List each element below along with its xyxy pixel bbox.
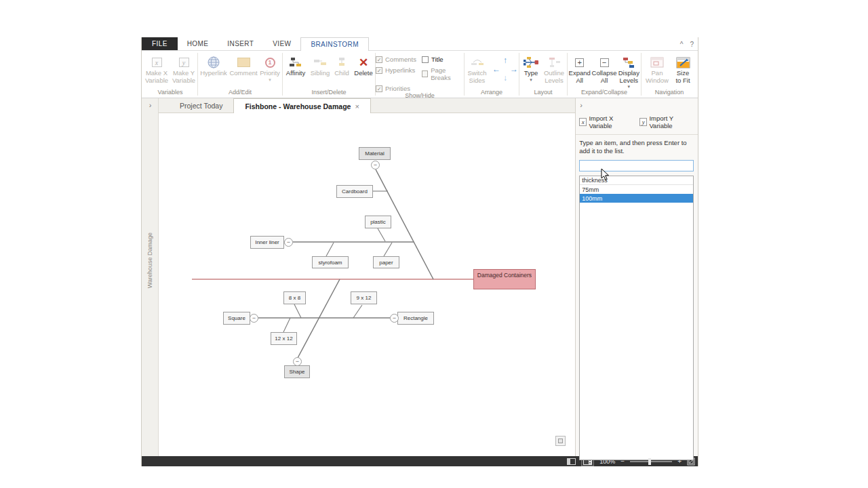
sibling-button[interactable]: Sibling [309,54,332,77]
move-up-arrow-icon[interactable]: ↑ [501,56,510,64]
type-dropdown-icon[interactable]: ▾ [530,77,532,82]
move-down-arrow-icon[interactable]: ↓ [501,73,510,82]
panel-instruction-text: Type an item, and then press Enter to ad… [579,139,694,155]
page-navigation-icon [558,439,563,443]
delete-x-icon: ✕ [359,57,368,68]
switch-sides-icon [471,55,484,70]
tab-insert[interactable]: INSERT [218,37,263,50]
list-item-75mm[interactable]: 75mm [580,185,693,194]
diagram-node-paper[interactable]: paper [373,256,399,268]
display-levels-dropdown-icon[interactable]: ▾ [628,84,631,89]
diagram-node-12x12[interactable]: 12 x 12 [271,332,297,345]
ribbon-tab-bar: FILE HOME INSERT VIEW BRAINSTORM ^ ? [142,37,698,51]
size-to-fit-button[interactable]: Sizeto Fit [671,54,695,84]
make-x-variable-button[interactable]: x Make XVariable [143,54,170,84]
tab-home[interactable]: HOME [178,37,218,50]
help-icon[interactable]: ? [690,41,694,48]
move-arrows: ↑ ←→ ↓ [492,56,519,82]
group-label-insert-delete: Insert/Delete [283,89,375,98]
outline-levels-button[interactable]: OutlineLevels [542,54,566,84]
display-levels-icon [623,55,635,70]
shape-collapse-icon[interactable]: − [293,357,302,366]
collapse-ribbon-icon[interactable]: ^ [680,41,684,48]
switch-sides-button[interactable]: SwitchSides [465,54,490,84]
expand-plus-icon: + [575,58,584,67]
material-collapse-icon[interactable]: − [371,161,380,169]
y-variable-icon: y [179,58,189,67]
checkbox-checked-icon: ✓ [376,67,382,74]
diagram-node-9x12[interactable]: 9 x 12 [351,291,377,304]
tab-view[interactable]: VIEW [263,37,300,50]
ribbon-group-layout: Type ▾ OutlineLevels Layout [519,51,567,98]
type-button[interactable]: Type ▾ [520,54,542,82]
list-item-thickness[interactable]: thickness [580,176,693,185]
display-levels-button[interactable]: DisplayLevels ▾ [617,54,641,89]
view-mode-left-icon[interactable] [567,458,576,465]
ribbon-group-show-hide: ✓ Comments Title ✓ Hyperlinks Page Break… [376,51,464,98]
collapse-all-button[interactable]: − CollapseAll [591,54,616,84]
zoom-slider-thumb[interactable] [648,458,651,465]
left-panel-expand-chevron[interactable]: › [142,101,159,109]
page-breaks-checkbox[interactable]: Page Breaks [422,66,464,81]
diagram-node-rectangle[interactable]: Rectangle [397,312,434,325]
diagram-node-square[interactable]: Square [223,312,250,325]
tab-brainstorm[interactable]: BRAINSTORM [300,37,369,51]
square-collapse-icon[interactable]: − [250,314,258,323]
ribbon-group-navigation: PanWindow Sizeto Fit Naviga [642,51,697,98]
expand-all-button[interactable]: + ExpandAll [568,54,591,84]
doc-tab-project-today[interactable]: Project Today [169,98,233,113]
ribbon-group-insert-delete: Affinity Sibling [283,51,375,98]
collapse-minus-icon: − [600,58,609,67]
ribbon: x Make XVariable y Make YVariable Variab… [142,51,698,98]
title-checkbox[interactable]: Title [422,56,464,63]
rectangle-collapse-icon[interactable]: − [390,314,399,323]
diagram-node-cardboard[interactable]: Cardboard [336,185,373,198]
size-to-fit-icon [676,55,690,70]
close-tab-icon[interactable]: × [355,102,359,110]
move-right-arrow-icon[interactable]: → [510,64,519,73]
diagram-node-material[interactable]: Material [359,147,391,160]
app-window: FILE HOME INSERT VIEW BRAINSTORM ^ ? x M… [141,37,698,466]
comment-button[interactable]: Comment [229,54,258,77]
inner-liner-collapse-icon[interactable]: − [284,238,293,247]
tab-file[interactable]: FILE [142,37,178,50]
hyperlinks-checkbox[interactable]: ✓ Hyperlinks [376,66,416,74]
make-y-variable-button[interactable]: y Make YVariable [170,54,197,84]
hyperlink-globe-icon [207,55,220,70]
list-item-100mm-selected[interactable]: 100mm [580,194,693,203]
group-label-layout: Layout [519,89,567,98]
right-panel-collapse-chevron[interactable]: › [580,101,583,109]
diagram-node-inner-liner[interactable]: Inner liner [250,236,284,249]
item-entry-input[interactable] [579,160,694,171]
child-icon [337,55,347,70]
diagram-root-node[interactable]: Damaged Containers [473,269,536,289]
diagram-canvas[interactable]: Material − Cardboard plastic Inner liner… [159,113,575,456]
panel-divider [576,134,698,135]
diagram-node-shape[interactable]: Shape [284,365,310,378]
diagram-node-8x8[interactable]: 8 x 8 [283,291,306,304]
priority-button[interactable]: 1 Priority ▾ [258,54,281,82]
import-x-variable-button[interactable]: x Import X Variable [579,115,634,129]
group-label-variables: Variables [143,89,197,98]
group-label-expand-collapse: Expand/Collapse [568,89,641,98]
checkbox-unchecked-icon [422,70,428,77]
checkbox-checked-icon: ✓ [376,56,382,63]
hyperlink-button[interactable]: Hyperlink [199,54,229,77]
x-variable-box-icon: x [579,118,587,126]
child-button[interactable]: Child [332,54,352,77]
page-navigation-button[interactable] [555,436,566,446]
priorities-checkbox[interactable]: ✓ Priorities [376,85,416,92]
diagram-node-plastic[interactable]: plastic [365,216,391,228]
pan-window-button[interactable]: PanWindow [644,54,671,84]
doc-tab-fishbone[interactable]: Fishbone - Warehouse Damage × [233,98,370,113]
zoom-slider[interactable] [630,461,672,462]
affinity-button[interactable]: Affinity [283,54,309,77]
import-y-variable-button[interactable]: y Import Y Variable [639,115,694,129]
comments-checkbox[interactable]: ✓ Comments [376,56,416,63]
priority-dropdown-icon[interactable]: ▾ [269,77,271,82]
delete-button[interactable]: ✕ Delete [352,54,375,77]
diagram-node-styrofoam[interactable]: styrofoam [312,256,349,268]
move-left-arrow-icon[interactable]: ← [492,64,501,73]
variables-panel: › x Import X Variable y Import Y Variabl… [575,98,698,456]
ribbon-group-variables: x Make XVariable y Make YVariable Variab… [143,51,197,98]
